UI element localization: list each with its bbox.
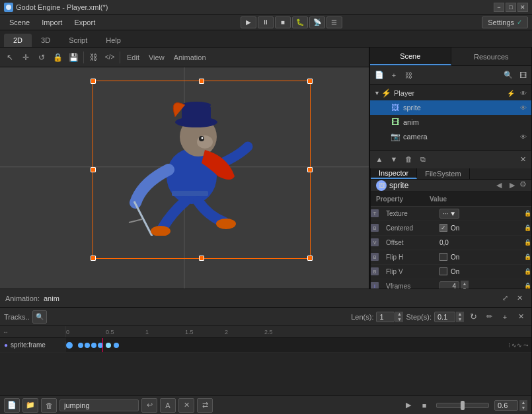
playhead[interactable]: [102, 338, 103, 352]
vframes-prop-value[interactable]: 4 ▲ ▼: [437, 281, 523, 289]
tab-scene[interactable]: Scene: [370, 48, 451, 65]
scene-new-btn[interactable]: 📄: [373, 69, 386, 82]
rename-btn[interactable]: ↩: [141, 398, 157, 413]
handle-tm[interactable]: [199, 79, 204, 84]
tab-resources[interactable]: Resources: [451, 48, 532, 65]
visibility-icon-camera[interactable]: 👁: [519, 132, 528, 141]
track-keyframes[interactable]: ⁝ ∿∿ ⤳: [66, 338, 531, 352]
play-button[interactable]: ▶: [241, 17, 256, 28]
options-button[interactable]: ☰: [326, 17, 342, 28]
duplicate-btn[interactable]: ⧉: [416, 153, 430, 166]
scene-filter-btn[interactable]: 🎞: [516, 69, 529, 82]
menu-export[interactable]: Export: [69, 17, 100, 28]
vframes-lock-icon[interactable]: 🔒: [523, 281, 531, 289]
anim-close2-btn[interactable]: ✕: [514, 310, 527, 324]
speed-spinner[interactable]: ▲ ▼: [519, 400, 527, 411]
anim-expand-btn[interactable]: ⤢: [498, 292, 512, 305]
lock-tool[interactable]: 🔒: [50, 50, 65, 65]
handle-ml[interactable]: [91, 167, 96, 172]
fliph-checkbox[interactable]: [439, 253, 447, 261]
centered-checkbox[interactable]: ✓: [439, 224, 447, 232]
code-tool[interactable]: </>: [102, 50, 117, 65]
keyframe-4[interactable]: [91, 343, 96, 348]
speed-input[interactable]: [494, 400, 518, 411]
loop-anim-btn[interactable]: A: [160, 398, 176, 413]
viewport-canvas-area[interactable]: ✛: [0, 67, 369, 289]
move-down-btn[interactable]: ▼: [387, 153, 400, 166]
tab-3d[interactable]: 3D: [32, 34, 59, 47]
handle-tl[interactable]: [91, 79, 96, 84]
handle-bm[interactable]: [199, 256, 204, 261]
speed-down[interactable]: ▼: [519, 405, 527, 411]
vframes-input[interactable]: 4: [439, 281, 459, 289]
select-tool[interactable]: ↖: [3, 50, 17, 65]
speed-slider-thumb[interactable]: [461, 401, 465, 410]
len-down[interactable]: ▼: [395, 317, 403, 322]
len-up[interactable]: ▲: [395, 312, 403, 317]
tab-inspector[interactable]: Inspector: [371, 168, 417, 179]
keyframe-2[interactable]: [78, 343, 83, 348]
anim-close-btn[interactable]: ✕: [513, 292, 526, 305]
view-menu[interactable]: View: [145, 53, 169, 61]
remote-button[interactable]: 📡: [309, 17, 325, 28]
keyframe-3[interactable]: [85, 343, 90, 348]
rotate-tool[interactable]: ↺: [34, 50, 49, 65]
keyframe-6[interactable]: [106, 343, 111, 348]
flipv-lock-icon[interactable]: 🔒: [523, 267, 531, 276]
nav-prev-btn[interactable]: ◀: [493, 180, 505, 191]
close-panel-btn[interactable]: ✕: [516, 153, 529, 166]
delete-btn[interactable]: 🗑: [402, 153, 415, 166]
inspector-gear-btn[interactable]: ⚙: [519, 180, 527, 191]
handle-tr[interactable]: [307, 79, 313, 84]
keyframe-1[interactable]: [66, 342, 73, 349]
tracks-search[interactable]: 🔍: [32, 310, 47, 324]
animation-name-input[interactable]: [59, 399, 139, 411]
step-down[interactable]: ▼: [456, 317, 464, 322]
visibility-icon-sprite[interactable]: 👁: [519, 103, 528, 112]
speed-up[interactable]: ▲: [519, 400, 527, 405]
step-spinner[interactable]: ▲ ▼: [456, 312, 464, 322]
anim-add-track-btn[interactable]: +: [498, 310, 512, 324]
debug-button[interactable]: 🐛: [292, 17, 308, 28]
tab-filesystem[interactable]: FileSystem: [417, 168, 469, 179]
move-tool[interactable]: ✛: [19, 50, 33, 65]
del-anim-btn[interactable]: 🗑: [41, 398, 57, 413]
menu-scene[interactable]: Scene: [4, 17, 35, 28]
close-button[interactable]: ✕: [517, 3, 528, 12]
handle-mr[interactable]: [307, 167, 313, 172]
handle-bl[interactable]: [91, 256, 96, 261]
keyframe-7[interactable]: [114, 343, 119, 348]
offset-prop-value[interactable]: 0,0: [437, 239, 523, 246]
link-tool[interactable]: ⛓: [87, 50, 101, 65]
visibility-icon-player[interactable]: 👁: [519, 88, 528, 98]
tree-item-sprite[interactable]: 🖼 sprite 👁: [370, 100, 531, 115]
centered-lock-icon[interactable]: 🔒: [523, 223, 531, 232]
tab-2d[interactable]: 2D: [4, 34, 32, 47]
texture-dropdown[interactable]: ··· ▼: [439, 209, 459, 219]
stop-button[interactable]: ■: [275, 17, 291, 28]
minimize-button[interactable]: −: [494, 3, 504, 12]
nav-next-btn[interactable]: ▶: [506, 180, 518, 191]
stop-anim-btn[interactable]: ■: [418, 399, 431, 412]
len-spinner[interactable]: ▲ ▼: [395, 312, 403, 322]
tree-item-player[interactable]: ▼ ⚡ Player ⚡ 👁: [370, 86, 531, 100]
scene-add-btn[interactable]: +: [387, 69, 400, 82]
len-input[interactable]: [376, 312, 395, 322]
anim-pencil-btn[interactable]: ✏: [482, 310, 496, 324]
move-up-btn[interactable]: ▲: [373, 153, 386, 166]
texture-lock-icon[interactable]: 🔒: [523, 209, 531, 218]
maximize-button[interactable]: □: [506, 3, 516, 12]
flipv-checkbox[interactable]: [439, 267, 447, 275]
vframes-up[interactable]: ▲: [461, 281, 469, 286]
track-dots[interactable]: ⁝: [508, 342, 510, 349]
tree-item-anim[interactable]: 🎞 anim: [370, 115, 531, 129]
edit-menu[interactable]: Edit: [123, 53, 143, 61]
pause-button[interactable]: ⏸: [258, 17, 274, 28]
scene-search-btn[interactable]: 🔍: [502, 69, 515, 82]
animation-menu[interactable]: Animation: [170, 53, 210, 61]
play-anim-btn[interactable]: ▶: [402, 399, 415, 412]
tab-script[interactable]: Script: [59, 34, 96, 47]
handle-br[interactable]: [307, 256, 313, 261]
save-tool[interactable]: 💾: [66, 50, 81, 65]
scene-instance-btn[interactable]: ⛓: [402, 69, 415, 82]
